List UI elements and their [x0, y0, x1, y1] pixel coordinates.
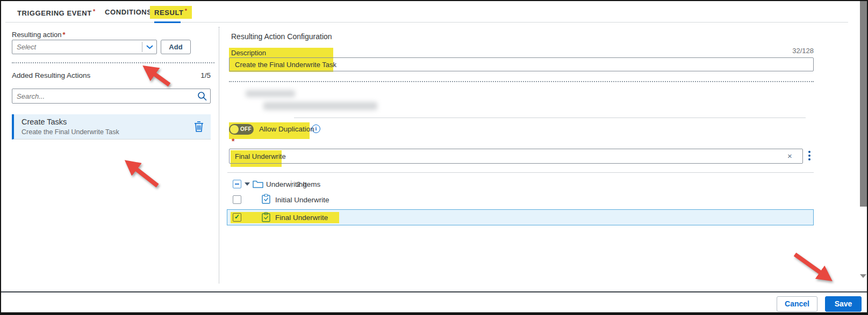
task-search-input[interactable] [229, 149, 803, 164]
tree-item-label[interactable]: Initial Underwrite [275, 196, 329, 204]
cancel-button[interactable]: Cancel [777, 296, 817, 312]
panel-divider [219, 27, 219, 283]
resulting-action-select-input[interactable] [12, 43, 142, 51]
tab-result-label: RESULT [154, 9, 184, 17]
required-asterisk: * [232, 137, 234, 145]
allow-duplication-toggle[interactable]: OFF [229, 124, 254, 135]
checkbox-initial-underwrite[interactable] [233, 195, 241, 204]
tab-conditions[interactable]: CONDITIONS [105, 8, 152, 16]
tree-top-divider [227, 172, 814, 173]
required-asterisk: * [185, 8, 188, 14]
task-clipboard-icon [262, 194, 270, 206]
group-separator: | [290, 179, 292, 188]
save-button[interactable]: Save [825, 296, 862, 312]
tab-triggering-event[interactable]: TRIGGERING EVENT* [17, 8, 96, 17]
footer-divider [1, 291, 867, 292]
trash-icon[interactable] [193, 120, 204, 135]
search-icon[interactable] [194, 91, 210, 101]
annotation-arrow-save [795, 254, 821, 273]
resulting-action-label: Resulting action* [12, 31, 66, 39]
action-item-title: Create Tasks [21, 118, 67, 126]
tab-bar-divider [5, 22, 848, 23]
actions-search-box[interactable] [12, 89, 211, 104]
active-tab-indicator [154, 21, 181, 23]
added-actions-count: 1/5 [189, 71, 211, 79]
tab-conditions-label: CONDITIONS [105, 8, 152, 16]
left-panel-divider [12, 62, 214, 63]
added-actions-header: Added Resulting Actions [12, 71, 90, 79]
redacted-underline [294, 118, 806, 118]
add-button[interactable]: Add [161, 40, 191, 54]
redacted-label [246, 90, 295, 97]
redacted-text [263, 102, 377, 110]
char-counter: 32/128 [743, 47, 814, 55]
folder-icon [253, 180, 263, 191]
added-action-list-item[interactable]: Create Tasks Create the Final Underwrite… [12, 114, 211, 140]
tab-result[interactable]: RESULT* [150, 6, 192, 19]
task-clipboard-icon [262, 212, 270, 224]
required-asterisk: * [63, 31, 66, 39]
actions-search-input[interactable] [12, 92, 194, 100]
toggle-state-label: OFF [240, 126, 252, 132]
collapse-chevron-icon[interactable] [245, 182, 250, 186]
group-checkbox-indeterminate[interactable] [233, 180, 241, 188]
resulting-action-select[interactable] [12, 40, 157, 54]
resulting-action-configuration-header: Resulting Action Configuration [231, 32, 332, 41]
scrollbar-down-arrow[interactable] [860, 274, 866, 278]
info-icon[interactable]: i [312, 124, 320, 133]
description-label: Description [231, 49, 266, 57]
tree-item-label[interactable]: Final Underwrite [275, 214, 328, 222]
checkbox-final-underwrite[interactable]: ✓ [233, 213, 241, 222]
annotation-arrow-list-item [135, 169, 157, 186]
right-panel-divider [229, 81, 814, 82]
kebab-menu-icon[interactable] [808, 151, 810, 160]
action-item-subtitle: Create the Final Underwrite Task [21, 128, 119, 136]
allow-duplication-label: Allow Duplication [259, 125, 314, 133]
description-input[interactable] [229, 57, 814, 71]
clear-icon[interactable]: × [787, 152, 792, 160]
annotation-arrow-select [154, 74, 169, 85]
toggle-knob [230, 125, 239, 134]
required-asterisk: * [93, 8, 96, 14]
rule-configuration-dialog: TRIGGERING EVENT* CONDITIONS RESULT* Res… [0, 0, 868, 315]
scrollbar-thumb[interactable] [860, 1, 867, 207]
chevron-down-icon[interactable] [142, 45, 156, 49]
group-item-count: 2 Items [297, 180, 320, 188]
tab-triggering-event-label: TRIGGERING EVENT [17, 9, 92, 17]
